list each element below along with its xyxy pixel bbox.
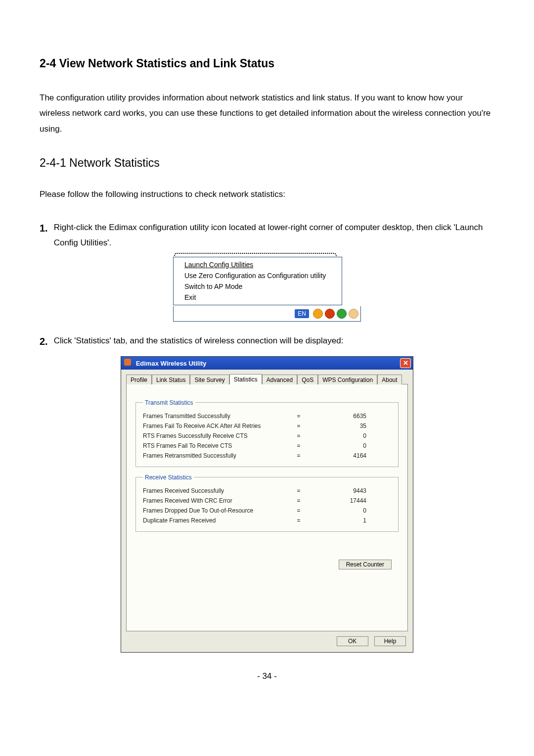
subsection-heading: 2-4-1 Network Statistics (40, 156, 494, 170)
menu-item-exit[interactable]: Exit (174, 292, 342, 303)
tab-statistics[interactable]: Statistics (229, 374, 262, 384)
title-bar: Edimax Wireless Utility ✕ (121, 357, 413, 370)
step-2-text: Click 'Statistics' tab, and the statisti… (54, 332, 494, 349)
stat-row: Frames Fail To Receive ACK After All Ret… (143, 421, 391, 431)
equals-sign: = (291, 432, 306, 439)
menu-item-switch-ap[interactable]: Switch to AP Mode (174, 281, 342, 292)
window-title: Edimax Wireless Utility (136, 360, 207, 367)
step-1-number: 1. (40, 219, 48, 237)
reset-area: Reset Counter (135, 560, 399, 569)
tray-app-icon[interactable] (325, 309, 335, 319)
reset-counter-button[interactable]: Reset Counter (339, 560, 392, 569)
stat-label: Duplicate Frames Received (143, 517, 291, 524)
stat-row: Frames Retransmitted Successfully = 4164 (143, 451, 391, 461)
stat-row: Frames Received Successfully = 9443 (143, 486, 391, 496)
stat-label: Frames Received Successfully (143, 487, 291, 494)
stat-row: RTS Frames Successfully Receive CTS = 0 (143, 431, 391, 441)
equals-sign: = (291, 497, 306, 504)
equals-sign: = (291, 413, 306, 420)
stat-label: Frames Fail To Receive ACK After All Ret… (143, 423, 291, 429)
equals-sign: = (291, 507, 306, 514)
equals-sign: = (291, 452, 306, 459)
stat-value: 1 (306, 517, 391, 524)
close-button[interactable]: ✕ (400, 358, 411, 368)
equals-sign: = (291, 442, 306, 449)
context-menu: Launch Config Utilities Use Zero Configu… (173, 257, 342, 305)
stat-row: Frames Dropped Due To Out-of-Resource = … (143, 506, 391, 516)
section-heading: 2-4 View Network Statistics and Link Sta… (40, 57, 494, 70)
stat-value: 6635 (306, 413, 391, 420)
intro-paragraph: The configuration utility provides infor… (40, 90, 494, 137)
equals-sign: = (291, 487, 306, 494)
tab-about[interactable]: About (377, 375, 401, 384)
ok-button[interactable]: OK (337, 636, 368, 646)
stat-row: RTS Frames Fail To Receive CTS = 0 (143, 441, 391, 451)
equals-sign: = (291, 517, 306, 524)
stat-value: 0 (306, 432, 391, 439)
stat-label: Frames Transmitted Successfully (143, 413, 291, 420)
step-1: 1. Right-click the Edimax configuration … (40, 219, 494, 250)
stat-value: 0 (306, 507, 391, 514)
tab-wps-configuration[interactable]: WPS Configuration (318, 375, 377, 384)
stat-label: RTS Frames Fail To Receive CTS (143, 442, 291, 449)
stat-label: Frames Dropped Due To Out-of-Resource (143, 507, 291, 514)
lead-instruction: Please follow the following instructions… (40, 189, 494, 199)
stat-value: 4164 (306, 452, 391, 459)
stat-row: Frames Received With CRC Error = 17444 (143, 496, 391, 506)
tab-advanced[interactable]: Advanced (262, 375, 297, 384)
menu-item-zero-config[interactable]: Use Zero Configuration as Configuration … (174, 270, 342, 281)
tray-shield-icon[interactable] (313, 309, 323, 319)
dialog-buttons: OK Help (126, 631, 408, 646)
help-button[interactable]: Help (374, 636, 406, 646)
client-area: Profile Link Status Site Survey Statisti… (121, 370, 413, 652)
tab-body: Transmit Statistics Frames Transmitted S… (126, 384, 408, 631)
system-tray: EN (173, 306, 361, 322)
step-2-number: 2. (40, 332, 48, 350)
step-1-text: Right-click the Edimax configuration uti… (54, 219, 494, 250)
stat-label: Frames Retransmitted Successfully (143, 452, 291, 459)
app-icon (124, 359, 131, 366)
receive-legend: Receive Statistics (143, 474, 194, 481)
tab-site-survey[interactable]: Site Survey (190, 375, 229, 384)
close-icon: ✕ (403, 359, 408, 367)
stat-value: 0 (306, 442, 391, 449)
transmit-legend: Transmit Statistics (143, 399, 195, 406)
stat-label: RTS Frames Successfully Receive CTS (143, 432, 291, 439)
stat-value: 35 (306, 423, 391, 429)
tab-qos[interactable]: QoS (297, 375, 318, 384)
tab-bar: Profile Link Status Site Survey Statisti… (126, 374, 408, 384)
tab-link-status[interactable]: Link Status (152, 375, 190, 384)
tray-network-icon[interactable] (337, 309, 347, 319)
tray-misc-icon[interactable] (349, 309, 358, 319)
receive-statistics-group: Receive Statistics Frames Received Succe… (135, 474, 399, 532)
stat-row: Frames Transmitted Successfully = 6635 (143, 411, 391, 421)
menu-item-launch-config[interactable]: Launch Config Utilities (174, 259, 342, 270)
transmit-statistics-group: Transmit Statistics Frames Transmitted S… (135, 399, 399, 467)
language-indicator[interactable]: EN (295, 309, 309, 318)
stat-label: Frames Received With CRC Error (143, 497, 291, 504)
equals-sign: = (291, 423, 306, 429)
step-2: 2. Click 'Statistics' tab, and the stati… (40, 332, 494, 350)
app-window: Edimax Wireless Utility ✕ Profile Link S… (121, 356, 413, 653)
stat-value: 9443 (306, 487, 391, 494)
stat-value: 17444 (306, 497, 391, 504)
tab-profile[interactable]: Profile (126, 375, 152, 384)
stat-row: Duplicate Frames Received = 1 (143, 516, 391, 525)
context-menu-figure: Launch Config Utilities Use Zero Configu… (173, 257, 361, 322)
page-number: - 34 - (40, 671, 494, 681)
